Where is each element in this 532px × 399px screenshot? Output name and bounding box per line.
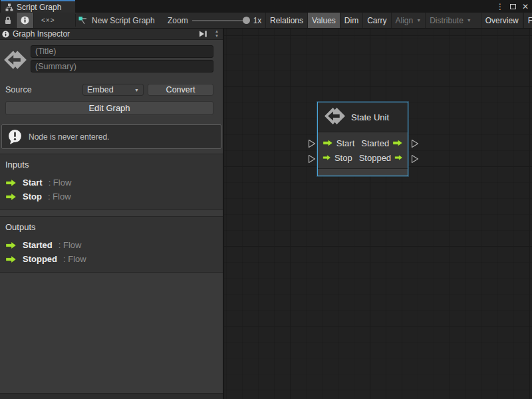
- button-full-screen[interactable]: Full Scr: [523, 13, 532, 28]
- graph-inspector-panel: Graph Inspector ▲ ▼ Source Embed: [0, 29, 223, 399]
- flow-arrow-icon[interactable]: [323, 154, 331, 162]
- code-button[interactable]: <×>: [41, 13, 70, 28]
- graph-canvas[interactable]: State Unit Start Started Stop St: [224, 29, 532, 399]
- tab-label: Script Graph: [17, 3, 61, 12]
- zoom-label: Zoom: [168, 16, 188, 25]
- zoom-slider-track: [192, 20, 249, 21]
- io-row-stop: Stop : Flow: [5, 190, 217, 203]
- outputs-section: Outputs Started : Flow Stopped : Flow: [0, 216, 223, 273]
- panel-title: Graph Inspector: [13, 29, 196, 39]
- graph-inspector-header: Graph Inspector ▲ ▼: [0, 29, 223, 40]
- button-align[interactable]: Align▼: [391, 13, 426, 28]
- io-name: Started: [23, 240, 53, 250]
- external-port-triangle[interactable]: [411, 139, 419, 148]
- port-row: Start Started: [323, 136, 403, 150]
- io-type: : Flow: [63, 254, 86, 264]
- node-header[interactable]: State Unit: [318, 102, 408, 132]
- edit-graph-button[interactable]: Edit Graph: [5, 101, 213, 115]
- graph-toolbar: <×> New Script Graph Zoom 1x Relations V…: [0, 13, 532, 29]
- warning-bubble-icon: [7, 129, 23, 145]
- graph-identity-row: [0, 40, 223, 77]
- zoom-control: Zoom 1x: [168, 13, 261, 28]
- info-icon: [2, 31, 9, 38]
- io-type: : Flow: [48, 192, 71, 201]
- maximize-icon[interactable]: [510, 4, 516, 9]
- flow-arrow-icon: [5, 193, 17, 201]
- toolbar-separator: [75, 14, 76, 27]
- io-type: : Flow: [49, 178, 72, 188]
- toolbar-toggles: Relations Values Dim Carry Align▼ Distri…: [265, 13, 532, 28]
- chevron-down-icon: ▼: [134, 88, 139, 92]
- io-type: : Flow: [59, 240, 82, 250]
- panel-bottom-strip: [0, 393, 223, 399]
- io-name: Stop: [23, 192, 42, 201]
- state-unit-node[interactable]: State Unit Start Started Stop St: [317, 102, 408, 176]
- chevron-down-icon: ▼: [467, 18, 471, 23]
- zoom-value: 1x: [253, 16, 262, 25]
- node-title: State Unit: [351, 112, 389, 122]
- menu-icon[interactable]: ⋮: [496, 3, 504, 11]
- state-graph-icon: [3, 45, 27, 74]
- title-field[interactable]: [31, 45, 213, 58]
- scroll-up-icon[interactable]: ▲: [215, 30, 219, 33]
- convert-button[interactable]: Convert: [148, 84, 213, 96]
- port-output-label[interactable]: Started: [361, 138, 389, 148]
- port-input-label[interactable]: Stop: [334, 153, 352, 163]
- flow-arrow-icon[interactable]: [394, 154, 403, 162]
- external-port-triangle[interactable]: [308, 154, 316, 164]
- io-row-started: Started : Flow: [5, 238, 217, 252]
- lock-icon: [4, 16, 12, 25]
- node-footer: [318, 168, 408, 176]
- warning-text: Node is never entered.: [29, 132, 109, 142]
- panel-scroll-arrows[interactable]: ▲ ▼: [215, 30, 219, 38]
- io-row-stopped: Stopped : Flow: [5, 252, 217, 266]
- flow-arrow-icon: [5, 179, 17, 187]
- button-overview[interactable]: Overview: [481, 13, 523, 28]
- port-input-label[interactable]: Start: [336, 138, 354, 148]
- zoom-slider-thumb[interactable]: [243, 17, 250, 24]
- flow-arrow-icon[interactable]: [392, 139, 403, 147]
- button-dim[interactable]: Dim: [340, 13, 362, 28]
- external-port-triangle[interactable]: [411, 154, 419, 164]
- flow-arrow-icon[interactable]: [323, 139, 333, 147]
- io-name: Start: [23, 178, 43, 188]
- source-dropdown[interactable]: Embed ▼: [82, 84, 144, 96]
- title-bar: Script Graph ⋮ ✕: [0, 0, 532, 13]
- source-row: Source Embed ▼ Convert: [0, 84, 223, 96]
- new-script-graph-label: New Script Graph: [92, 16, 155, 25]
- dock-icon[interactable]: [199, 30, 207, 38]
- port-row: Stop Stopped: [323, 150, 403, 165]
- inputs-section: Inputs Start : Flow Stop : Flow: [0, 154, 223, 210]
- code-icon: <×>: [41, 17, 55, 24]
- info-button[interactable]: [17, 13, 34, 28]
- zoom-slider[interactable]: [192, 13, 249, 28]
- summary-field[interactable]: [31, 60, 213, 72]
- new-script-graph-button[interactable]: New Script Graph: [78, 13, 165, 28]
- inputs-header: Inputs: [5, 160, 217, 170]
- io-row-start: Start : Flow: [5, 176, 217, 190]
- script-graph-icon: [5, 3, 13, 11]
- port-output-label[interactable]: Stopped: [359, 153, 391, 163]
- flow-arrow-icon: [5, 255, 17, 263]
- chevron-down-icon: ▼: [416, 18, 421, 23]
- external-port-triangle[interactable]: [308, 139, 316, 148]
- node-ports: Start Started Stop Stopped: [318, 132, 408, 168]
- button-carry[interactable]: Carry: [362, 13, 390, 28]
- tab-script-graph[interactable]: Script Graph: [1, 0, 75, 13]
- source-dropdown-value: Embed: [87, 85, 114, 94]
- outputs-header: Outputs: [5, 222, 217, 232]
- scroll-down-icon[interactable]: ▼: [215, 35, 219, 38]
- button-values[interactable]: Values: [307, 13, 340, 28]
- button-distribute[interactable]: Distribute▼: [425, 13, 475, 28]
- warning-box: Node is never entered.: [1, 124, 221, 149]
- io-name: Stopped: [23, 254, 57, 264]
- flow-arrow-icon: [5, 241, 17, 249]
- source-label: Source: [5, 85, 82, 94]
- info-icon: [21, 16, 29, 25]
- new-script-graph-icon: [78, 16, 88, 25]
- lock-button[interactable]: [0, 13, 17, 28]
- state-unit-icon: [324, 105, 346, 130]
- close-icon[interactable]: ✕: [522, 3, 529, 11]
- button-relations[interactable]: Relations: [265, 13, 307, 28]
